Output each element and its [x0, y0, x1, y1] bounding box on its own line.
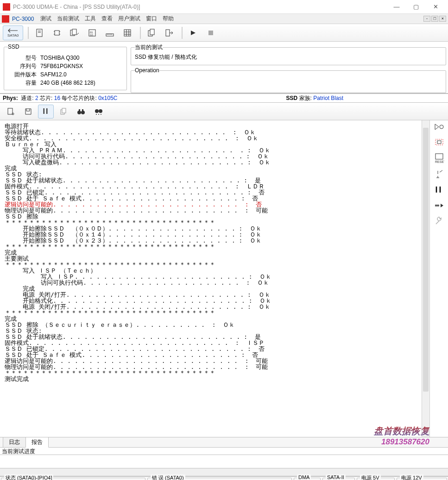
stop-button[interactable] — [203, 26, 219, 40]
svg-rect-43 — [435, 139, 443, 145]
operation-legend: Operation — [135, 67, 159, 74]
status-row: 状态 (SATA0)-[PIO4] BSYDRDDWFDSCDRQCRRIDXE… — [0, 476, 448, 480]
toolbar-icon-binary[interactable]: 0110 — [84, 26, 100, 40]
maximize-button[interactable]: ▢ — [406, 0, 426, 13]
app-label: PC-3000 — [12, 16, 34, 22]
menu-current-test[interactable]: 当前测试 — [57, 15, 79, 23]
mdi-restore[interactable]: □ — [431, 16, 438, 22]
toolbar-icon-exit[interactable] — [161, 26, 177, 40]
menu-user-test[interactable]: 用户测试 — [118, 15, 140, 23]
status-group-12v: 电源 12V 12V — [397, 478, 447, 480]
watermark-line1: 盘首数据恢复 — [374, 425, 429, 437]
svg-rect-0 — [37, 29, 42, 37]
menu-tools[interactable]: 工具 — [85, 15, 96, 23]
side-reset-icon[interactable]: RESET — [434, 153, 444, 163]
right-panels: 当前的测试 SSD 修复功能 / 预格式化 Operation — [131, 42, 448, 93]
toolbar-icon-ruler[interactable] — [102, 26, 118, 40]
svg-point-39 — [98, 114, 99, 115]
midtb-save-icon[interactable] — [20, 105, 36, 118]
side-chip-icon[interactable] — [434, 138, 444, 146]
model-label: 型号 — [8, 54, 37, 62]
svg-marker-47 — [441, 204, 443, 207]
phys-row: Phys: 通道: 2 芯片: 16 每个芯片的块: 0x105C SSD 家族… — [0, 94, 448, 103]
mid-toolbar: II — [0, 103, 448, 120]
tab-report[interactable]: 报告 — [25, 437, 49, 448]
app-icon-small — [2, 15, 9, 23]
toolbar-icon-grid[interactable] — [120, 26, 135, 40]
ssd-panel: SSD 型号TOSHIBA Q300 序列号75FB61PGKNSX 固件版本S… — [0, 42, 131, 93]
pause-button[interactable]: II — [38, 105, 54, 118]
svg-point-38 — [96, 114, 97, 115]
svg-point-36 — [95, 109, 99, 113]
block-label: 每个芯片的块: — [62, 94, 96, 102]
status-g5-label: 电源 5V — [360, 474, 381, 480]
svg-rect-44 — [437, 141, 441, 143]
progress-hscroll[interactable] — [0, 468, 448, 476]
status-group-errors: 错 误 (SATA0) BBKUNCINFABRTONAMN — [147, 478, 292, 480]
side-tools: RESET II — [429, 120, 448, 437]
cap-value: 240 GB (468 862 128) — [40, 79, 95, 87]
menubar: PC-3000 测试 当前测试 工具 查看 用户测试 窗口 帮助 - □ × — [0, 14, 448, 24]
scrollbar-thumb[interactable] — [423, 128, 429, 392]
binoculars-icon[interactable] — [73, 105, 89, 118]
status-g2-label: 错 误 (SATA0) — [151, 474, 185, 480]
binoculars-dots-icon[interactable] — [91, 105, 107, 118]
mdi-minimize[interactable]: - — [423, 16, 430, 22]
copy-icon[interactable] — [56, 105, 71, 118]
menu-help[interactable]: 帮助 — [163, 15, 174, 23]
status-g3-label: DMA — [297, 474, 311, 480]
side-pause-icon[interactable]: II — [435, 185, 442, 195]
toolbar-icon-1[interactable] — [32, 26, 47, 40]
close-button[interactable]: ✕ — [426, 0, 445, 13]
serial-label: 序列号 — [8, 62, 37, 70]
side-wrench-icon[interactable] — [435, 216, 444, 225]
status-g1-label: 状态 (SATA0)-[PIO4] — [4, 474, 53, 480]
svg-rect-25 — [166, 30, 170, 36]
channel-value: 2 — [35, 95, 38, 101]
menu-view[interactable]: 查看 — [101, 15, 113, 23]
log-area: 电源打开等待就绪状态. . . . . . . . . . . . . . . … — [0, 120, 448, 437]
chip-value: 16 — [54, 95, 60, 101]
menu-window[interactable]: 窗口 — [146, 15, 157, 23]
fw-label: 固件版本 — [8, 70, 37, 79]
svg-point-37 — [99, 109, 102, 113]
toolbar-icon-chip[interactable] — [49, 26, 65, 40]
log-text[interactable]: 电源打开等待就绪状态. . . . . . . . . . . . . . . … — [0, 120, 422, 437]
toolbar-icon-copy[interactable] — [144, 26, 159, 40]
tab-log[interactable]: 日志 — [3, 437, 26, 448]
current-test-legend: 当前的测试 — [135, 44, 163, 51]
family-value: Patriot Blast — [313, 95, 343, 101]
svg-text:RESET: RESET — [435, 160, 444, 163]
ssd-family-lbl: SSD — [286, 95, 298, 101]
watermark: 盘首数据恢复 18913587620 — [374, 425, 429, 447]
svg-rect-3 — [55, 31, 59, 35]
family-label: 家族: — [299, 95, 312, 101]
toolbar-icon-pages-pencil[interactable] — [67, 26, 82, 40]
window-title: PC-3000 UDMA-E - China - [PS SSD Utility… — [13, 4, 387, 10]
svg-rect-24 — [150, 29, 154, 35]
progress-label: 当前测试进度 — [0, 447, 448, 455]
side-arrow-icon[interactable] — [434, 201, 444, 210]
side-play-icon[interactable] — [434, 123, 444, 131]
watermark-line2: 18913587620 — [374, 437, 429, 447]
status-group-sata0: 状态 (SATA0)-[PIO4] BSYDRDDWFDSCDRQCRRIDXE… — [1, 478, 145, 480]
mdi-close[interactable]: × — [439, 16, 446, 22]
sata-button[interactable]: SATA0 — [3, 25, 23, 40]
svg-point-32 — [77, 111, 81, 114]
current-test-text: SSD 修复功能 / 预格式化 — [135, 53, 442, 61]
svg-rect-18 — [124, 30, 131, 36]
svg-rect-34 — [79, 109, 80, 111]
fw-value: SAFM12.0 — [40, 70, 67, 79]
play-button[interactable] — [185, 26, 201, 40]
minimize-button[interactable]: — — [387, 0, 406, 13]
ssd-legend: SSD — [8, 44, 19, 50]
menu-test[interactable]: 测试 — [40, 15, 51, 23]
log-scrollbar[interactable] — [422, 120, 429, 437]
svg-rect-9 — [72, 29, 76, 35]
midtb-icon-1[interactable] — [3, 105, 19, 118]
model-value: TOSHIBA Q300 — [40, 54, 80, 62]
side-power-icon[interactable] — [434, 169, 444, 179]
status-group-dma: DMA RQ — [294, 478, 321, 480]
channel-label: 通道: — [21, 94, 33, 102]
svg-point-42 — [440, 125, 443, 129]
